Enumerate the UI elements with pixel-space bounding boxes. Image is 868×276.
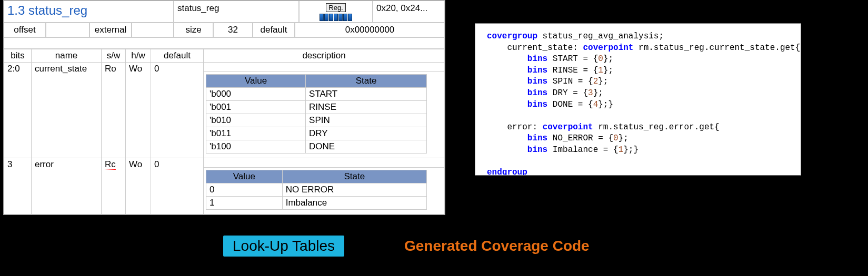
- table-header-row: bits name s/w h/w default description: [4, 49, 445, 63]
- title-row: 1.3 status_reg status_reg Reg. 0x20, 0x2…: [4, 1, 445, 23]
- col-bits: bits: [4, 49, 32, 63]
- col-default: default: [151, 49, 204, 63]
- cell-name: current_state: [32, 63, 102, 158]
- prop-external-label: external: [89, 23, 132, 37]
- list-item: 0NO ERROR: [206, 183, 427, 197]
- cell-default: 0: [151, 63, 204, 158]
- col-description: description: [204, 49, 445, 63]
- cell-hw: Wo: [126, 63, 151, 158]
- cell-hw: Wo: [126, 158, 151, 214]
- prop-external-value: [132, 23, 174, 37]
- address-label: 0x20, 0x24...: [373, 1, 445, 23]
- cell-bits: 3: [4, 158, 32, 214]
- col-sw: s/w: [102, 49, 126, 63]
- list-item: 'b010SPIN: [206, 114, 427, 127]
- cell-description: Value State 0NO ERROR 1Imbalance: [204, 158, 445, 214]
- reg-badge-cell: Reg.: [299, 1, 373, 23]
- table-row: 2:0 current_state Ro Wo 0 Value State 'b…: [4, 63, 445, 158]
- lookup-header-state: State: [282, 170, 426, 183]
- cell-sw: Rc: [102, 158, 126, 214]
- prop-offset-value: [46, 23, 89, 37]
- reg-name: status_reg: [174, 1, 299, 23]
- list-item: 'b000START: [206, 88, 427, 101]
- lookup-header-state: State: [306, 75, 427, 88]
- col-hw: h/w: [126, 49, 151, 63]
- lookup-table: Value State 0NO ERROR 1Imbalance: [206, 170, 427, 210]
- blank-row: [4, 37, 445, 49]
- table-row: 3 error Rc Wo 0 Value State 0NO ERROR 1I…: [4, 158, 445, 214]
- prop-size-label: size: [174, 23, 213, 37]
- lookup-table: Value State 'b000START 'b001RINSE 'b010S…: [206, 74, 427, 154]
- list-item: 'b011DRY: [206, 127, 427, 140]
- cell-default: 0: [151, 158, 204, 214]
- list-item: 'b100DONE: [206, 140, 427, 154]
- spec-panel: 1.3 status_reg status_reg Reg. 0x20, 0x2…: [3, 0, 445, 215]
- prop-default-value: 0x00000000: [295, 23, 445, 37]
- cell-bits: 2:0: [4, 63, 32, 158]
- caption-right: Generated Coverage Code: [404, 238, 590, 254]
- cell-sw: Ro: [102, 63, 126, 158]
- code-panel: covergroup status_reg_avg_analysis; curr…: [475, 23, 801, 176]
- stage: { "spec": { "section_label": "1.3 status…: [0, 0, 868, 276]
- prop-default-label: default: [253, 23, 295, 37]
- caption-left: Look-Up Tables: [223, 236, 344, 257]
- reg-badge-label: Reg.: [326, 3, 345, 12]
- list-item: 'b001RINSE: [206, 101, 427, 114]
- fields-table: bits name s/w h/w default description 2:…: [4, 49, 445, 214]
- reg-bits-icon: [301, 14, 371, 21]
- lookup-header-value: Value: [206, 170, 283, 183]
- section-heading: 1.3 status_reg: [4, 1, 174, 23]
- lookup-header-value: Value: [206, 75, 306, 88]
- cell-name: error: [32, 158, 102, 214]
- props-row: offset external size 32 default 0x000000…: [4, 23, 445, 37]
- list-item: 1Imbalance: [206, 197, 427, 210]
- cell-description: Value State 'b000START 'b001RINSE 'b010S…: [204, 63, 445, 158]
- prop-size-value: 32: [213, 23, 253, 37]
- prop-offset-label: offset: [4, 23, 46, 37]
- col-name: name: [32, 49, 102, 63]
